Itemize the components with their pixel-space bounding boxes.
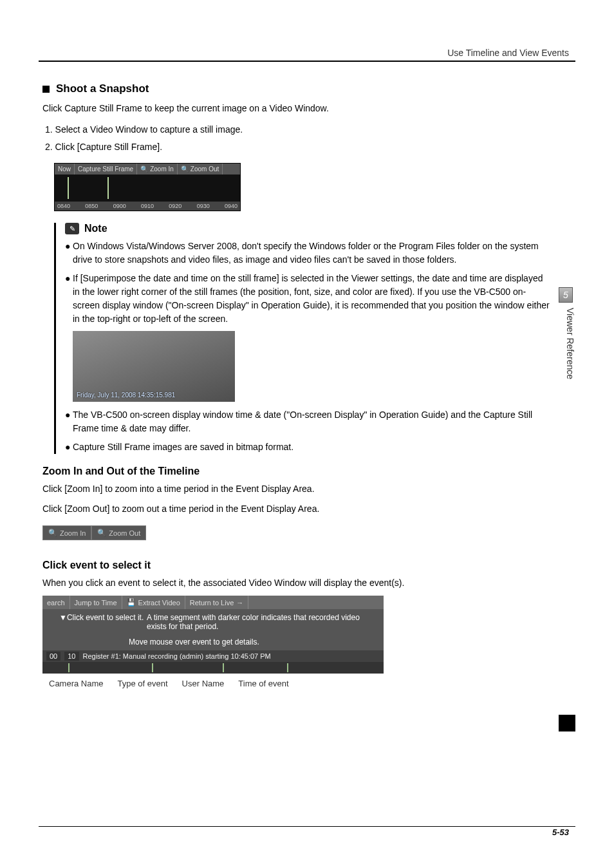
figure-still-frame: Friday, July 11, 2008 14:35:15.981	[73, 331, 235, 402]
time-tick: 0900	[113, 203, 126, 209]
header-section: Use Timeline and View Events	[447, 48, 569, 58]
zoom-out-button[interactable]: 🔍Zoom Out	[91, 525, 146, 540]
bullet-icon: ●	[65, 272, 73, 326]
time-tick: 0850	[85, 203, 98, 209]
note-icon: ✎	[65, 223, 79, 234]
event-marker[interactable]	[223, 663, 224, 672]
bullet-icon: ●	[65, 240, 73, 267]
magnify-plus-icon: 🔍	[48, 529, 57, 537]
return-label: Return to Live	[190, 599, 234, 607]
figure-event-panel: earch Jump to Time 💾Extract Video Return…	[42, 596, 384, 688]
note-block: ✎ Note ●On Windows Vista/Windows Server …	[54, 223, 550, 454]
jump-to-time-button[interactable]: Jump to Time	[70, 596, 122, 609]
note-title: Note	[84, 223, 107, 234]
figure-timeline-toolbar: Now Capture Still Frame 🔍Zoom In 🔍Zoom O…	[54, 163, 241, 211]
extract-video-button[interactable]: 💾Extract Video	[122, 596, 185, 609]
event-track[interactable]	[42, 662, 384, 674]
label-camera-name: Camera Name	[49, 679, 104, 688]
timeline-marker	[68, 177, 69, 199]
zoom-in-label: Zoom In	[150, 165, 174, 173]
bullet-icon: ●	[65, 408, 73, 435]
capture-still-frame-button[interactable]: Capture Still Frame	[75, 164, 137, 175]
time-tick: 0940	[225, 203, 237, 209]
chapter-tab: 5	[559, 287, 573, 303]
zoom-out-button[interactable]: 🔍Zoom Out	[178, 164, 223, 175]
zoom-text-1: Click [Zoom In] to zoom into a time peri…	[42, 482, 550, 495]
time-tick: 0910	[141, 203, 154, 209]
heading-click-event: Click event to select it	[42, 560, 550, 571]
txt: ] to zoom out a time period in the Event…	[107, 504, 319, 514]
now-button[interactable]: Now	[55, 164, 75, 175]
scale-label: 10	[64, 652, 79, 661]
heading-shoot-snapshot: Shoot a Snapshot	[42, 82, 550, 95]
txt: Zoom Out	[67, 504, 107, 514]
zoom-out-label: Zoom Out	[191, 165, 219, 173]
label-user-name: User Name	[182, 679, 225, 688]
txt: Click [	[42, 484, 67, 494]
timeline-track	[55, 175, 240, 202]
time-tick: 0840	[57, 203, 70, 209]
event-tooltip-row: 00 10 Register #1: Manual recording (adm…	[42, 650, 384, 662]
event-toolbar: earch Jump to Time 💾Extract Video Return…	[42, 596, 384, 609]
callout-click-event: ▼Click event to select it.	[59, 613, 144, 623]
txt: Click [	[42, 504, 67, 514]
note-item: The VB-C500 on-screen display window tim…	[73, 408, 550, 435]
bullet-icon: ●	[65, 440, 73, 454]
hint-move-mouse: Move mouse over event to get details.	[129, 637, 377, 646]
callout-text: Click event to select it.	[67, 613, 144, 622]
step-2: 2. Click [Capture Still Frame].	[45, 138, 550, 156]
magnify-minus-icon: 🔍	[97, 529, 106, 537]
heading-text: Shoot a Snapshot	[56, 82, 149, 95]
header-rule	[39, 61, 575, 62]
event-marker[interactable]	[68, 663, 70, 672]
zoom-in-label: Zoom In	[60, 529, 86, 537]
magnify-plus-icon: 🔍	[140, 165, 148, 173]
zoom-out-label: Zoom Out	[109, 529, 140, 537]
figure-zoom-buttons: 🔍Zoom In 🔍Zoom Out	[42, 525, 146, 540]
zoom-text-2: Click [Zoom Out] to zoom out a time peri…	[42, 502, 550, 515]
toolbar-row: Now Capture Still Frame 🔍Zoom In 🔍Zoom O…	[55, 164, 240, 175]
square-bullet-icon	[42, 86, 50, 93]
search-button[interactable]: earch	[42, 596, 70, 609]
footer-rule	[39, 826, 575, 827]
zoom-in-button[interactable]: 🔍Zoom In	[137, 164, 178, 175]
timestamp-overlay: Friday, July 11, 2008 14:35:15.981	[77, 390, 231, 400]
extract-label: Extract Video	[138, 599, 180, 607]
time-tick: 0930	[197, 203, 210, 209]
timeline-scale: 0840 0850 0900 0910 0920 0930 0940	[55, 202, 240, 211]
timeline-marker	[107, 177, 109, 199]
note-item: On Windows Vista/Windows Server 2008, do…	[73, 240, 550, 267]
magnify-minus-icon: 🔍	[181, 165, 189, 173]
hint-dark-segment: A time segment with darker color indicat…	[147, 613, 377, 631]
side-marker	[559, 715, 575, 731]
label-type-of-event: Type of event	[118, 679, 168, 688]
note-item: Capture Still Frame images are saved in …	[73, 440, 550, 454]
click-event-intro: When you click an event to select it, th…	[42, 576, 550, 589]
event-hints-area: ▼Click event to select it. A time segmen…	[42, 609, 384, 650]
scale-label: 00	[46, 652, 60, 661]
arrow-right-icon: →	[236, 599, 243, 607]
step-1: 1. Select a Video Window to capture a st…	[45, 121, 550, 138]
event-marker[interactable]	[152, 663, 153, 672]
time-tick: 0920	[169, 203, 181, 209]
save-icon: 💾	[127, 598, 136, 607]
return-to-live-button[interactable]: Return to Live →	[185, 596, 248, 609]
label-time-of-event: Time of event	[238, 679, 288, 688]
heading-zoom: Zoom In and Out of the Timeline	[42, 466, 550, 477]
event-marker[interactable]	[287, 663, 288, 672]
event-tooltip-text: Register #1: Manual recording (admin) st…	[83, 652, 271, 660]
txt: ] to zoom into a time period in the Even…	[100, 484, 314, 494]
zoom-in-button[interactable]: 🔍Zoom In	[42, 525, 91, 540]
note-item: If [Superimpose the date and time on the…	[73, 272, 550, 326]
steps-list: 1. Select a Video Window to capture a st…	[45, 121, 550, 155]
event-field-labels: Camera Name Type of event User Name Time…	[49, 679, 384, 688]
txt: Zoom In	[67, 484, 100, 494]
chapter-label: Viewer Reference	[561, 308, 575, 379]
page-number: 5-53	[552, 827, 569, 837]
intro-text: Click Capture Still Frame to keep the cu…	[42, 102, 550, 115]
